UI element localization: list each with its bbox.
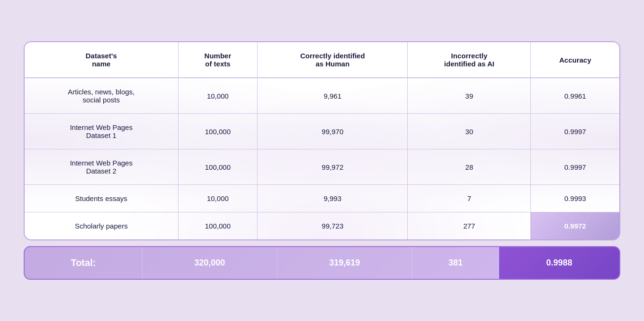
- row-accuracy: 0.9997: [531, 114, 619, 149]
- totals-accuracy: 0.9988: [499, 247, 619, 279]
- table-header-row: Dataset'sname Numberof texts Correctly i…: [25, 42, 619, 78]
- data-table: Dataset'sname Numberof texts Correctly i…: [25, 42, 619, 239]
- row-accuracy: 0.9993: [531, 185, 619, 212]
- row-incorrectly: 7: [408, 185, 531, 212]
- totals-label: Total:: [25, 247, 142, 279]
- main-table-container: Dataset'sname Numberof texts Correctly i…: [24, 41, 620, 240]
- table-row: Internet Web PagesDataset 1 100,000 99,9…: [25, 114, 619, 149]
- row-number: 10,000: [178, 185, 258, 212]
- table-row: Articles, news, blogs,social posts 10,00…: [25, 78, 619, 114]
- number-of-texts-header: Numberof texts: [178, 42, 258, 78]
- accuracy-header: Accuracy: [531, 42, 619, 78]
- page-wrapper: Dataset'sname Numberof texts Correctly i…: [14, 32, 630, 289]
- incorrectly-identified-header: Incorrectlyidentified as AI: [408, 42, 531, 78]
- correctly-identified-header: Correctly identifiedas Human: [258, 42, 408, 78]
- totals-number: 320,000: [142, 247, 277, 279]
- row-correctly: 99,723: [258, 212, 408, 240]
- row-correctly: 99,972: [258, 149, 408, 185]
- row-correctly: 9,961: [258, 78, 408, 114]
- totals-table: Total: 320,000 319,619 381 0.9988: [25, 247, 619, 279]
- row-accuracy: 0.9961: [531, 78, 619, 114]
- row-incorrectly: 30: [408, 114, 531, 149]
- totals-incorrectly: 381: [412, 247, 499, 279]
- table-row: Scholarly papers 100,000 99,723 277 0.99…: [25, 212, 619, 240]
- row-dataset-name: Internet Web PagesDataset 2: [25, 149, 178, 185]
- row-number: 100,000: [178, 114, 258, 149]
- row-dataset-name: Articles, news, blogs,social posts: [25, 78, 178, 114]
- row-accuracy: 0.9972: [531, 212, 619, 240]
- row-dataset-name: Scholarly papers: [25, 212, 178, 240]
- row-number: 100,000: [178, 149, 258, 185]
- table-row: Internet Web PagesDataset 2 100,000 99,9…: [25, 149, 619, 185]
- datasets-name-header: Dataset'sname: [25, 42, 178, 78]
- row-accuracy: 0.9997: [531, 149, 619, 185]
- row-dataset-name: Students essays: [25, 185, 178, 212]
- row-dataset-name: Internet Web PagesDataset 1: [25, 114, 178, 149]
- totals-row: Total: 320,000 319,619 381 0.9988: [25, 247, 619, 279]
- table-row: Students essays 10,000 9,993 7 0.9993: [25, 185, 619, 212]
- row-correctly: 9,993: [258, 185, 408, 212]
- totals-correctly: 319,619: [277, 247, 412, 279]
- row-number: 10,000: [178, 78, 258, 114]
- row-number: 100,000: [178, 212, 258, 240]
- row-incorrectly: 28: [408, 149, 531, 185]
- totals-bar: Total: 320,000 319,619 381 0.9988: [24, 246, 620, 280]
- row-incorrectly: 39: [408, 78, 531, 114]
- row-correctly: 99,970: [258, 114, 408, 149]
- row-incorrectly: 277: [408, 212, 531, 240]
